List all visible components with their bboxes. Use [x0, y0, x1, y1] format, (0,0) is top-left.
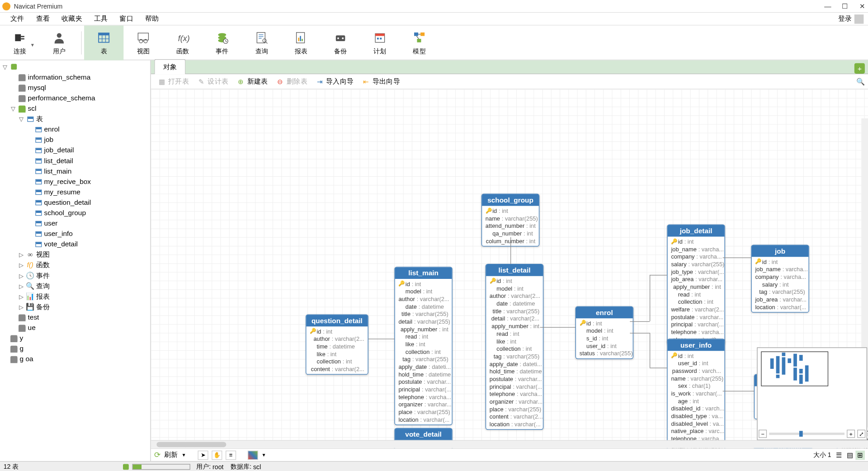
search-icon[interactable]: 🔍 — [856, 77, 865, 85]
status-table-count: 12 表 — [4, 462, 19, 471]
er-entity-enrol[interactable]: enrol🔑id: intmodel: ints_id: intuser_id:… — [576, 306, 633, 359]
er-field: postulate: varchar... — [486, 375, 543, 383]
tree-events[interactable]: 事件 — [36, 271, 50, 281]
tree-table-item[interactable]: job_detail — [0, 145, 150, 155]
tree-table-item[interactable]: job — [0, 135, 150, 145]
er-field: telephone: varcha... — [395, 393, 452, 401]
menu-favorites[interactable]: 收藏夹 — [56, 14, 88, 24]
tree-item[interactable]: y — [0, 333, 150, 343]
pointer-tool[interactable]: ➤ — [198, 450, 208, 460]
tree-queries[interactable]: 查询 — [36, 281, 50, 291]
zoom-out-button[interactable]: − — [759, 430, 767, 438]
er-entity-job_detail[interactable]: job_detail🔑id: intjob_name: varcha...com… — [667, 225, 725, 345]
toolbar-function[interactable]: f(x) 函数 — [163, 25, 203, 60]
tree-item[interactable]: ue — [0, 322, 150, 333]
toolbar-query[interactable]: 查询 — [242, 25, 281, 60]
action-new-table[interactable]: ⊕新建表 — [233, 75, 272, 88]
tree-table-item[interactable]: list_detail — [0, 155, 150, 166]
er-field: tag: varchar(255) — [395, 355, 452, 363]
zoom-fit-button[interactable]: ⤢ — [857, 430, 865, 438]
er-entity-user_info[interactable]: user_info🔑id: intuser_id: intpassword: v… — [667, 339, 725, 448]
tree-db-item[interactable]: performance_schema — [0, 93, 150, 103]
import-icon: ⇥ — [316, 77, 324, 85]
svg-rect-39 — [417, 39, 421, 42]
menu-file[interactable]: 文件 — [5, 14, 30, 24]
user-avatar-icon[interactable] — [854, 14, 864, 24]
er-entity-job[interactable]: job🔑id: intjob_name: varcha...company: v… — [751, 245, 809, 312]
action-export[interactable]: ⇤导出向导 — [359, 75, 404, 88]
action-delete-table[interactable]: ⊖删除表 — [273, 75, 311, 88]
er-entity-title: list_main — [395, 267, 452, 279]
tree-tables-node[interactable]: 表 — [36, 114, 43, 124]
action-design-table[interactable]: ✎设计表 — [194, 75, 232, 88]
toolbar-event[interactable]: 事件 — [203, 25, 242, 60]
menu-view[interactable]: 查看 — [30, 14, 56, 24]
toolbar-model[interactable]: 模型 — [400, 25, 439, 60]
close-button[interactable]: ✕ — [859, 3, 866, 9]
action-open-table[interactable]: ▦打开表 — [154, 75, 193, 88]
events-icon: 🕓 — [25, 271, 35, 279]
toolbar-report[interactable]: 报表 — [281, 25, 321, 60]
detail-view-icon[interactable]: ▤ — [845, 450, 854, 460]
toolbar-connect[interactable]: 连接 ▼ — [0, 25, 39, 60]
er-field: date: datetime — [395, 303, 452, 311]
minimize-button[interactable]: — — [824, 3, 831, 9]
tab-objects[interactable]: 对象 — [154, 59, 185, 74]
toolbar-view[interactable]: 视图 — [123, 25, 163, 60]
horizontal-scrollbar[interactable] — [151, 440, 868, 448]
tree-reports[interactable]: 报表 — [36, 292, 50, 301]
maximize-button[interactable]: ☐ — [842, 3, 849, 9]
tree-table-item[interactable]: my_recive_box — [0, 176, 150, 187]
er-view-icon[interactable]: ⊞ — [855, 450, 865, 460]
refresh-icon[interactable]: ⟳ — [154, 451, 160, 459]
list-view-icon[interactable]: ☰ — [835, 450, 844, 460]
er-entity-title: question_detail — [306, 315, 368, 327]
action-import[interactable]: ⇥导入向导 — [312, 75, 357, 88]
tree-functions[interactable]: 函数 — [36, 260, 50, 270]
tree-table-item[interactable]: my_resume — [0, 187, 150, 197]
er-field: 🔑id: int — [395, 280, 452, 288]
view-icon — [135, 29, 151, 46]
hand-tool[interactable]: ✋ — [212, 450, 222, 460]
svg-rect-36 — [380, 38, 382, 39]
er-entity-list_main[interactable]: list_main🔑id: intmodel: intauthor: varch… — [394, 267, 452, 425]
er-entity-question_detail[interactable]: question_detail🔑id: intauthor: varchar(2… — [306, 314, 368, 374]
status-database: scl — [253, 463, 261, 470]
menu-window[interactable]: 窗口 — [113, 14, 139, 24]
er-field: disabled_type: va... — [668, 412, 725, 420]
refresh-label[interactable]: 刷新 — [164, 450, 178, 460]
zoom-in-button[interactable]: + — [847, 430, 855, 438]
tree-item[interactable]: test — [0, 312, 150, 322]
connection-tree[interactable]: ▽ information_schemamysqlperformance_sch… — [0, 60, 151, 461]
tree-db-item[interactable]: information_schema — [0, 72, 150, 82]
tree-table-item[interactable]: school_group — [0, 207, 150, 218]
tree-item[interactable]: g — [0, 344, 150, 354]
add-tab-button[interactable]: + — [854, 63, 865, 74]
minimap[interactable]: − + ⤢ — [757, 348, 867, 440]
tree-item[interactable]: g oa — [0, 354, 150, 364]
user-icon — [51, 29, 67, 46]
menu-help[interactable]: 帮助 — [139, 14, 165, 24]
tree-db-scl[interactable]: scl — [28, 104, 37, 113]
tree-table-item[interactable]: user_info — [0, 229, 150, 239]
login-link[interactable]: 登录 — [838, 14, 852, 24]
tree-backups[interactable]: 备份 — [36, 302, 50, 312]
toolbar-backup[interactable]: 备份 — [321, 25, 360, 60]
tree-table-item[interactable]: question_detail — [0, 197, 150, 207]
menu-tools[interactable]: 工具 — [88, 14, 113, 24]
table-icon — [35, 189, 42, 195]
tree-table-item[interactable]: enrol — [0, 124, 150, 135]
tree-table-item[interactable]: vote_detail — [0, 239, 150, 250]
er-field: job_area: varchar... — [668, 275, 725, 283]
tree-table-item[interactable]: list_main — [0, 166, 150, 176]
tree-table-item[interactable]: user — [0, 218, 150, 228]
tree-db-item[interactable]: mysql — [0, 82, 150, 93]
toolbar-table[interactable]: 表 — [84, 25, 123, 60]
toolbar-user[interactable]: 用户 — [39, 25, 79, 60]
zoom-slider[interactable] — [769, 433, 844, 435]
layout-tool[interactable]: ≡ — [226, 450, 236, 460]
tree-views[interactable]: 视图 — [36, 250, 50, 259]
er-entity-list_detail[interactable]: list_detail🔑id: intmodel: intauthor: var… — [486, 264, 543, 430]
toolbar-schedule[interactable]: 计划 — [360, 25, 400, 60]
color-tool[interactable] — [248, 450, 258, 460]
